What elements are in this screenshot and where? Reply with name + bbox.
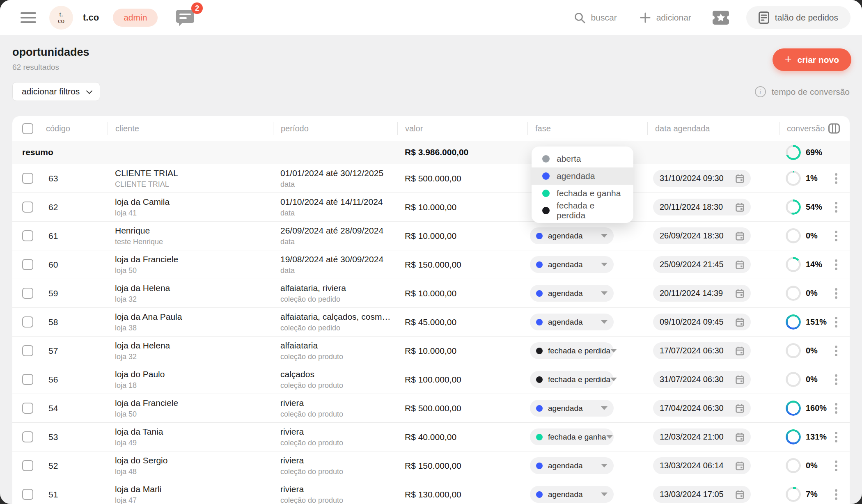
row-checkbox[interactable] [22,173,33,184]
row-checkbox[interactable] [22,374,33,385]
fase-select[interactable]: agendada [530,227,614,244]
row-menu-button[interactable] [835,378,837,381]
fase-select[interactable]: fechada e perdida [530,342,614,359]
calendar-icon [736,289,744,298]
table-row: 54 loja da Franciele loja 50 riviera col… [12,394,850,422]
fase-select[interactable]: agendada [530,457,614,474]
caret-down-icon [601,291,608,295]
search-button[interactable]: buscar [574,12,617,23]
scheduled-date-picker[interactable]: 12/03/2024 21:00 [653,428,751,445]
scheduled-date-picker[interactable]: 09/10/2024 09:45 [653,314,751,330]
period-value: alfaiataria, riviera [280,283,392,293]
period-type: coleção do produto [280,410,392,419]
row-checkbox[interactable] [22,345,33,356]
conversion-ring [786,286,801,301]
row-checkbox[interactable] [22,460,33,471]
scheduled-date-picker[interactable]: 31/07/2024 06:30 [653,371,751,388]
row-menu-button[interactable] [835,321,837,323]
fase-option-fechada-e-ganha[interactable]: fechada e ganha [532,185,633,202]
row-menu-button[interactable] [835,235,837,237]
row-checkbox[interactable] [22,259,33,270]
fase-option-label: fechada e ganha [557,188,621,198]
client-name: Henrique [115,226,267,236]
period-value: 26/09/2024 até 28/09/2024 [280,226,392,236]
row-checkbox[interactable] [22,230,33,241]
scheduled-date-picker[interactable]: 13/03/2024 17:05 [653,486,751,503]
period-value: alfaiataria, calçados, cosme... [280,312,392,322]
calendar-icon [736,203,744,212]
row-code: 60 [39,260,108,270]
fase-select[interactable]: agendada [530,314,614,330]
add-button[interactable]: adicionar [640,12,691,23]
fase-option-agendada[interactable]: agendada [532,167,633,185]
conversion-ring [786,171,801,186]
table-row: 52 loja do Sergio loja 48 riviera coleçã… [12,451,850,480]
fase-label: fechada e perdida [548,375,610,384]
column-header-periodo: período [273,122,397,135]
hamburger-menu-icon[interactable] [21,12,36,23]
scheduled-date-value: 12/03/2024 21:00 [660,432,724,442]
calendar-icon [736,174,744,183]
row-menu-button[interactable] [835,436,837,438]
ticket-star-button[interactable] [713,11,729,25]
fase-select[interactable]: agendada [530,400,614,417]
row-checkbox[interactable] [22,489,33,500]
summary-label: resumo [12,147,108,157]
fase-select[interactable]: agendada [530,285,614,302]
scheduled-date-picker[interactable]: 31/10/2024 09:30 [653,170,751,187]
row-checkbox[interactable] [22,431,33,442]
row-checkbox[interactable] [22,403,33,414]
fase-status-dot [536,319,543,325]
fase-option-fechada-e-perdida[interactable]: fechada e perdida [532,202,633,219]
fase-select[interactable]: agendada [530,256,614,273]
row-code: 51 [39,490,108,499]
chat-button[interactable]: 2 [176,7,196,28]
info-icon[interactable]: i [755,86,766,97]
table-row: 60 loja da Franciele loja 50 19/08/2024 … [12,250,850,279]
conversion-value: 7% [806,490,818,499]
row-checkbox[interactable] [22,202,33,213]
row-menu-button[interactable] [835,465,837,467]
row-menu-button[interactable] [835,493,837,496]
conversion-ring [786,401,801,416]
brand-logo[interactable]: t. co [49,6,73,30]
scheduled-date-value: 13/03/2024 06:14 [660,461,724,470]
fase-option-aberta[interactable]: aberta [532,150,633,167]
fase-select[interactable]: fechada e perdida [530,371,614,388]
order-pad-button[interactable]: talão de pedidos [746,6,851,29]
add-filters-button[interactable]: adicionar filtros [12,82,100,101]
row-menu-button[interactable] [835,206,837,208]
conversion-ring [786,429,801,444]
row-menu-button[interactable] [835,350,837,352]
fase-select[interactable]: fechada e ganha [530,428,614,445]
row-menu-button[interactable] [835,177,837,180]
scheduled-date-picker[interactable]: 17/07/2024 06:30 [653,342,751,359]
period-value: 01/10/2024 até 14/11/2024 [280,197,392,207]
column-header-data-agendada: data agendada [647,122,779,135]
columns-settings-icon[interactable] [828,123,840,134]
select-all-checkbox[interactable] [22,123,33,134]
scheduled-date-picker[interactable]: 20/11/2024 18:30 [653,199,751,215]
client-name: loja da Camila [115,197,267,207]
fase-status-dot [536,348,543,354]
scheduled-date-value: 20/11/2024 14:39 [660,289,723,298]
row-menu-button[interactable] [835,292,837,295]
scheduled-date-picker[interactable]: 20/11/2024 14:39 [653,285,751,302]
row-checkbox[interactable] [22,316,33,328]
row-value: R$ 130.000,00 [397,490,527,499]
conversion-value: 160% [806,403,827,413]
client-name: loja da Franciele [115,398,267,408]
row-menu-button[interactable] [835,407,837,410]
row-checkbox[interactable] [22,288,33,299]
create-new-button[interactable]: + criar novo [773,48,851,71]
scheduled-date-picker[interactable]: 25/09/2024 21:45 [653,256,751,273]
scheduled-date-picker[interactable]: 13/03/2024 06:14 [653,457,751,474]
scheduled-date-picker[interactable]: 17/04/2024 06:30 [653,400,751,417]
scheduled-date-picker[interactable]: 26/09/2024 18:30 [653,227,751,244]
conversion-value: 14% [806,260,822,269]
row-value: R$ 500.000,00 [397,174,527,183]
brand-name: t.co [83,12,99,23]
fase-select[interactable]: agendada [530,486,614,503]
chevron-down-icon [86,87,93,94]
row-menu-button[interactable] [835,263,837,266]
